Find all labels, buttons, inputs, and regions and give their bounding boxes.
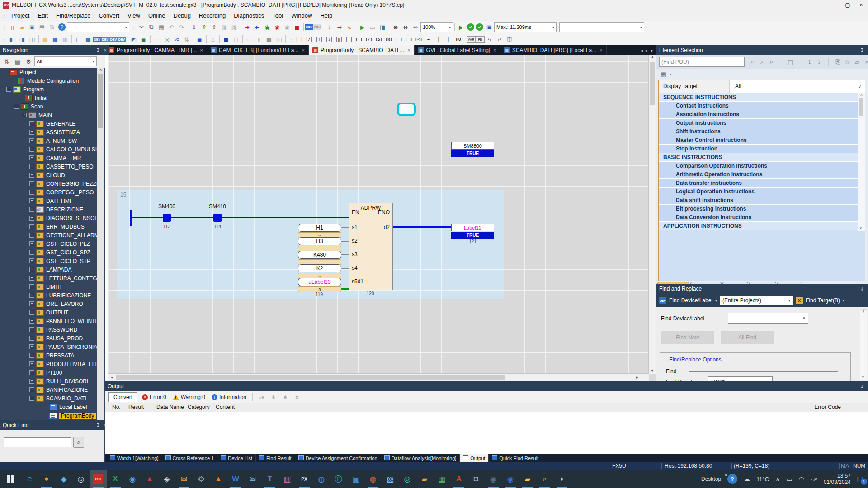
toolbar-icon[interactable]: DEV — [109, 37, 118, 42]
pin-icon[interactable]: ↧ — [860, 384, 864, 389]
tree-expander-icon[interactable]: + — [29, 250, 34, 255]
toolbar-icon[interactable]: ✂ — [137, 22, 146, 32]
toolbar-icon[interactable]: ◼ — [221, 34, 231, 44]
toolbar-icon[interactable]: ⇘ — [344, 22, 354, 32]
instruction-group-row[interactable]: Stop instruction — [659, 145, 865, 153]
ladder-element-button[interactable]: ┤↑├ — [314, 35, 324, 44]
taskbar-app-icon[interactable]: ◗ — [553, 470, 571, 488]
toolbar-icon[interactable]: ▶ — [358, 22, 368, 32]
tree-expander-icon[interactable]: + — [29, 353, 34, 358]
tab-close-icon[interactable]: × — [200, 47, 203, 53]
tree-item[interactable]: + CLOUD — [0, 171, 104, 179]
toolbar-icon[interactable]: ⧉ — [146, 22, 156, 32]
tab-close-icon[interactable]: × — [302, 47, 305, 53]
toolbar-icon[interactable]: ⇅ — [182, 34, 192, 44]
tab-scroll-left-icon[interactable]: ◂ — [641, 48, 643, 53]
ladder-element-button[interactable]: ┤↓├ — [324, 35, 334, 44]
operand-label[interactable]: uLabel13 — [298, 278, 341, 286]
find-replace-options-link[interactable]: - Find/Replace Options — [666, 357, 722, 363]
element-search-icon[interactable] — [796, 57, 804, 67]
tree-expander-icon[interactable] — [11, 79, 15, 83]
tree-expander-icon[interactable]: + — [29, 319, 34, 324]
toolbar-icon[interactable]: ⌂ — [208, 34, 218, 44]
toolbar-icon[interactable]: ⇓ — [325, 22, 335, 32]
element-search-icon[interactable] — [824, 57, 833, 67]
toolbar-icon[interactable]: ✔ — [467, 23, 474, 31]
tree-item[interactable]: - Program — [0, 85, 104, 94]
error-filter[interactable]: × Error:0 — [140, 394, 168, 400]
toolbar-icon[interactable]: ? — [58, 23, 66, 31]
toolbar-icon[interactable]: ▧ — [219, 22, 229, 32]
instruction-group-row[interactable]: Arithmetic Operation instructions — [659, 170, 865, 179]
tree-item[interactable]: + LAMPADA — [0, 265, 104, 274]
contact-sm410[interactable] — [213, 214, 222, 222]
taskbar-app-icon[interactable]: ◘ — [467, 470, 485, 488]
toolbar-icon[interactable] — [387, 22, 391, 32]
toolbar-icon[interactable]: ▶ — [456, 22, 466, 32]
taskbar-app-icon[interactable]: GX — [90, 470, 107, 488]
document-tab[interactable]: ▦ ProgramBody : CAMMA_TMR [... × — [105, 45, 207, 55]
taskbar-app-icon[interactable]: ℮ — [21, 470, 38, 488]
device-label[interactable]: SM8800 — [451, 142, 494, 150]
tree-expander-icon[interactable]: + — [29, 198, 34, 203]
toolbar-icon[interactable] — [70, 34, 73, 44]
tree-item[interactable]: + PAUSA_SINCRONIA_ — [0, 343, 104, 351]
all-find-button[interactable]: All Find — [721, 331, 774, 344]
tree-item[interactable]: + ASSISTENZA — [0, 128, 104, 136]
menu-item[interactable]: Debug — [170, 10, 195, 21]
ladder-element-button[interactable]: (S) — [374, 35, 384, 44]
tree-expander-icon[interactable]: + — [29, 276, 34, 281]
toolbar-icon[interactable]: ↶ — [166, 22, 176, 32]
docked-window-tab[interactable]: Device Assignment Confirmation — [295, 454, 381, 462]
toolbar-icon[interactable]: FB — [476, 36, 485, 43]
toolbar-icon[interactable]: ◎ — [162, 34, 172, 44]
menu-item[interactable]: Online — [144, 10, 170, 21]
docked-window-tab[interactable]: Dataflow Analysis[Monitoring] — [381, 454, 460, 462]
document-tab[interactable]: ▦ CAM_CIK [FB] [Function/FB La... × — [207, 45, 309, 55]
ladder-element-button[interactable]: (R) — [384, 35, 394, 44]
toolbar-icon[interactable]: ⊖ — [401, 22, 410, 32]
menu-item[interactable]: Find/Replace — [52, 10, 95, 21]
toolbar-icon[interactable]: ▧ — [229, 22, 239, 32]
fbd-ld-editor-canvas[interactable]: 15 SM400 113 SM410 114 115 H1 -- 116 H3 … — [105, 55, 656, 381]
instruction-group-row[interactable]: Output instructions — [659, 119, 865, 127]
tree-expander-icon[interactable]: - — [6, 87, 11, 92]
toolbar-icon[interactable]: ➜ — [335, 22, 344, 32]
document-tab[interactable]: ▦ SCAMBIO_DATI [PRG] [Local La... × — [500, 45, 607, 55]
toolbar-icon[interactable] — [149, 34, 152, 44]
toolbar-icon[interactable]: ◫ — [274, 34, 284, 44]
ladder-element-button[interactable]: │ — [434, 35, 443, 44]
tree-expander-icon[interactable]: + — [29, 241, 34, 246]
menu-item[interactable]: Convert — [94, 10, 123, 21]
tree-item[interactable]: + PRODUTTIVITA_ELIM — [0, 360, 104, 368]
toolbar-icon[interactable]: ➜ — [242, 22, 252, 32]
tree-item[interactable]: + ORE_LAVORO — [0, 300, 104, 308]
toolbar-icon[interactable]: ⇓ — [189, 22, 199, 32]
tree-expander-icon[interactable]: + — [29, 301, 34, 306]
element-search-icon[interactable]: ⤵ — [815, 57, 823, 67]
tree-filter-combo[interactable]: All ▾ — [34, 56, 97, 66]
toolbar-icon[interactable]: ▤ — [264, 34, 274, 44]
tree-item[interactable]: + DIAGNOSI_SENSORI — [0, 214, 104, 222]
contact-label[interactable]: SM400 — [150, 203, 184, 210]
ladder-element-button[interactable]: [<] — [414, 35, 424, 44]
toolbar-icon[interactable] — [205, 34, 208, 44]
instruction-group-row[interactable]: Data shift instructions — [659, 196, 865, 205]
speaker-muted-icon[interactable]: ◅× — [811, 476, 817, 482]
instruction-group-row[interactable]: BASIC INSTRUCTIONS — [659, 153, 865, 162]
toolbar-icon[interactable]: DEV — [313, 24, 321, 30]
menu-item[interactable]: Window — [287, 10, 316, 21]
tree-expander-icon[interactable]: + — [29, 216, 34, 221]
taskbar-app-icon[interactable]: ▰ — [416, 470, 433, 488]
function-block-adprw[interactable]: ADPRW EN ENO s1 d2 s2 s3 s4 s5d1 — [349, 203, 393, 290]
toolbar-icon[interactable] — [453, 22, 456, 32]
tree-item[interactable]: - MAIN — [0, 111, 104, 119]
toolbar-icon[interactable]: ▣ — [484, 22, 494, 32]
taskbar-app-icon[interactable]: ◍ — [364, 470, 382, 488]
toolbar-icon[interactable]: ▰ — [17, 22, 27, 32]
tree-item[interactable]: + LETTURA_CONTEGGI — [0, 274, 104, 282]
tree-item[interactable]: + A_NUM_SW — [0, 136, 104, 145]
menu-item[interactable]: Project — [7, 10, 33, 21]
tree-item[interactable]: + LUBRIFICAZIONE — [0, 291, 104, 300]
start-button[interactable] — [0, 470, 21, 488]
